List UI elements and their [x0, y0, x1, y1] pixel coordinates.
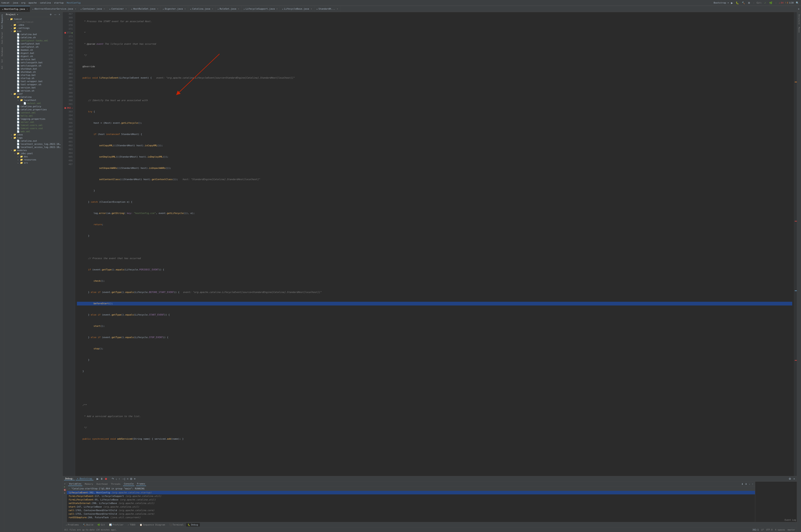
tree-item-configtest-xml[interactable]: 📄 configtest-tasks.xml [4, 39, 62, 42]
bottom-tab-problems[interactable]: ⚠ Problems [64, 523, 80, 527]
breadcrumb-org[interactable]: org [21, 1, 25, 4]
left-tab-fullrequests[interactable]: Full Requests [1, 13, 3, 30]
tree-item-web-xml[interactable]: 📄 web.xml [4, 130, 62, 133]
tree-item-toolwrapper-bat[interactable]: 📄 tool-wrapper.bat [4, 80, 62, 83]
debug-frame-2[interactable]: fireLifecycleEvent:117, LifecycleSupport… [67, 494, 755, 498]
settings-button[interactable]: ⚙ [747, 1, 751, 5]
tree-item-tomcat[interactable]: 📁 tomcat [4, 18, 62, 21]
left-tab-jsonparser[interactable]: Json Parser [1, 31, 3, 45]
tree-item-src[interactable]: 📁 src [4, 161, 62, 165]
expand-arrow[interactable] [18, 159, 20, 161]
tree-item-shutdown-sh[interactable]: 📄 shutdown.sh [4, 71, 62, 74]
expand-arrow[interactable] [18, 99, 20, 101]
debug-frames-button[interactable]: ⊞ [129, 477, 133, 480]
tree-item-gitlab[interactable]: → /gitlab/tomcat [4, 21, 62, 23]
tree-item-service-bat[interactable]: 📄 service.bat [4, 58, 62, 61]
tab-hostconfig[interactable]: ☕ HostConfig.java × [0, 6, 30, 12]
close-icon[interactable]: × [26, 8, 28, 10]
tree-item-startup-bat[interactable]: 📄 startup.bat [4, 74, 62, 77]
close-icon[interactable]: × [75, 8, 76, 10]
tree-item-catalina-sh[interactable]: 📄 catalina.sh [4, 36, 62, 39]
debug-button[interactable]: 🐛 [735, 1, 740, 5]
tree-item-logging-props[interactable]: 📄 logging.properties [4, 117, 62, 120]
debug-session-tab[interactable]: × Bootstrap [76, 477, 93, 480]
debug-tab-main[interactable]: Debug: [64, 477, 75, 480]
debug-stop-button[interactable]: ⏹ [104, 477, 108, 480]
tab-container2[interactable]: ☕ Container × [107, 6, 129, 12]
right-tab-structure[interactable]: Structure [798, 13, 801, 26]
tab-catalina[interactable]: ☕ Catalina.java × [188, 6, 216, 12]
close-icon[interactable]: × [276, 8, 278, 10]
close-icon[interactable]: × [337, 8, 338, 10]
tree-item-daemon-sh[interactable]: 📄 daemon.sh [4, 49, 62, 52]
tree-item-shutdown-bat[interactable]: 📄 shutdown.bat [4, 67, 62, 71]
bottom-tab-debug[interactable]: 🐛 Debug [186, 523, 200, 527]
bottom-tab-profiler[interactable]: 📊 Profiler [108, 523, 125, 527]
subtab-threads[interactable]: Threads [110, 482, 121, 486]
expand-arrow[interactable] [11, 24, 13, 26]
search-button[interactable]: 🔍 [795, 1, 800, 5]
tree-item-modules[interactable]: 📁 modules [4, 149, 62, 152]
expand-arrow[interactable] [11, 149, 13, 152]
expand-arrow[interactable] [11, 27, 13, 29]
git-check[interactable]: ✓ [763, 1, 767, 5]
debug-frame-8[interactable]: runSSS$apture:266, FutureTask (java.util… [67, 516, 755, 519]
debug-stepover-button[interactable]: ↷ [111, 477, 114, 480]
tab-ruleset[interactable]: ☕ RuleSet.java × [216, 6, 242, 12]
tree-item-mytest-xml[interactable]: 📄 mytest.xml [4, 102, 62, 105]
expand-arrow[interactable] [14, 153, 17, 155]
close-icon[interactable]: × [126, 8, 127, 10]
debug-pause-button[interactable]: ⏸ [100, 477, 104, 480]
debug-close-button[interactable]: × [793, 477, 796, 480]
tree-item-catalina-bat[interactable]: 📄 catalina.bat [4, 33, 62, 36]
expand-arrow[interactable] [18, 156, 20, 158]
tree-item-toolwrapper-sh[interactable]: 📄 tool-wrapper.sh [4, 83, 62, 86]
tree-item-hello-xml[interactable]: 📄 hello.xml [4, 114, 62, 117]
tree-item-access-log-2[interactable]: 📄 localhost_access_log.2022-10-12.txt [4, 146, 62, 149]
debug-threads-button[interactable]: ≡ [133, 477, 136, 480]
close-icon[interactable]: × [238, 8, 239, 10]
error-count[interactable]: ⚠ 84 [779, 1, 784, 4]
breadcrumb-apache[interactable]: apache [29, 1, 37, 4]
breadcrumb-startup[interactable]: startup [54, 1, 63, 4]
expand-arrow[interactable] [14, 96, 17, 98]
frames-sort-button[interactable]: ↓ [748, 483, 751, 486]
close-icon[interactable]: × [185, 8, 186, 10]
settings2-icon[interactable]: ⚙ [64, 492, 65, 494]
tree-item-conf[interactable]: 📁 conf [4, 92, 62, 95]
subtab-variables[interactable]: Variables [68, 482, 82, 486]
left-tab-database[interactable]: Database [1, 46, 3, 57]
frames-filter-button[interactable]: ⬇ [745, 483, 747, 486]
tree-item-version-sh[interactable]: 📄 version.sh [4, 89, 62, 92]
tab-abstractexecutor[interactable]: ☕ AbstractExecutorService.java × [30, 6, 78, 12]
left-tab-ant[interactable]: Ant [1, 64, 3, 70]
frames-restore-button[interactable]: ⬇ [741, 483, 744, 486]
tab-standardh[interactable]: ☕ StandardH... × [314, 6, 340, 12]
tree-item-configtest-bat[interactable]: 📄 configtest.bat [4, 42, 62, 45]
tree-item-catalina-policy[interactable]: 📄 catalina.policy [4, 105, 62, 108]
tree-item-logs[interactable]: 📁 logs [4, 136, 62, 139]
close-icon[interactable]: × [212, 8, 213, 10]
subtab-overhead[interactable]: Overhead [95, 482, 108, 486]
expand-arrow[interactable] [11, 30, 13, 32]
breadcrumb-hostconfig[interactable]: HostConfig [67, 1, 80, 4]
git-branch[interactable]: 🌿 [768, 1, 773, 5]
debug-settings-button[interactable]: ⚙ [788, 477, 792, 480]
expand-arrow[interactable] [11, 137, 13, 139]
tree-item-doc[interactable]: 📁 doc [4, 155, 62, 158]
debug-frame-3[interactable]: fireLifecycleEvent:95, LifecycleBase (or… [67, 498, 755, 501]
bottom-tab-sequence[interactable]: 📋 Sequence Diagram [138, 523, 167, 527]
line-sep[interactable]: LF [761, 529, 764, 531]
code-content[interactable]: * Process the START event for an associa… [75, 12, 794, 476]
more-tabs-button[interactable]: ≡ [797, 7, 800, 11]
tree-item-context-xml[interactable]: 📄 context.xml [4, 111, 62, 114]
debug-frame-7[interactable]: call:1755, ContainerBase$StartChild (org… [67, 512, 755, 516]
debug-frame-6[interactable]: call:1765, ContainerBase$StartChild (org… [67, 509, 755, 512]
breadcrumb-catalina[interactable]: catalina [40, 1, 51, 4]
sidebar-collapse-button[interactable]: — [53, 13, 57, 16]
debug-frame-4[interactable]: setStateInternal:390, LifecycleBase (org… [67, 501, 755, 505]
tree-item-digest-bat[interactable]: 📄 digest.bat [4, 52, 62, 55]
subtab-frames[interactable]: Frames [136, 482, 146, 486]
tree-item-catalina-out[interactable]: 📄 catalina.out [4, 139, 62, 142]
mute-icon[interactable]: 🔇 [63, 489, 66, 491]
